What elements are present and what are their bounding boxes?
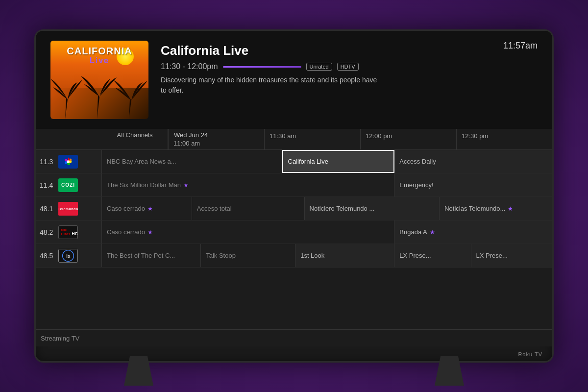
time-slot-1230: 12:30 pm — [457, 131, 552, 142]
tv-screen: CALIFORNIA Live — [36, 31, 552, 346]
time-col-2: 11:30 am — [264, 129, 360, 149]
show-title: California Live — [161, 43, 538, 58]
rating-badge: Unrated — [306, 63, 332, 71]
channel-row-482: 48.2 tele Hitos HD — [36, 220, 552, 244]
show-info-panel: CALIFORNIA Live — [36, 31, 552, 129]
programs-481: Caso cerrado ★ Acceso total Noticiero Te… — [102, 197, 552, 220]
format-badge: HDTV — [337, 63, 359, 71]
channel-cell-482: 48.2 tele Hitos HD — [36, 220, 102, 244]
program-title: Caso cerrado — [107, 228, 145, 236]
streaming-label: Streaming TV — [41, 335, 79, 342]
program-title: Caso cerrado — [107, 205, 145, 212]
program-lxprese2[interactable]: LX Prese... — [471, 244, 552, 267]
program-noticiero[interactable]: Noticiero Telemundo ... — [305, 197, 440, 220]
program-title: Emergency! — [399, 181, 433, 189]
svg-point-1 — [67, 160, 70, 163]
program-noticias[interactable]: Noticias Telemundo... ★ — [440, 197, 552, 220]
channel-number-485: 48.5 — [40, 252, 55, 260]
time-progress-bar — [223, 66, 301, 68]
program-accesototal[interactable]: Acceso total — [192, 197, 305, 220]
program-title: LX Prese... — [476, 252, 508, 259]
program-nbcnews[interactable]: NBC Bay Area News a... — [102, 150, 282, 173]
program-title: Acceso total — [197, 205, 232, 212]
all-channels-label: All Channels — [102, 129, 168, 149]
channel-cell-485: 48.5 lx — [36, 244, 102, 267]
channel-number-114: 11.4 — [40, 181, 55, 189]
channel-row-485: 48.5 lx The Best of The — [36, 244, 552, 268]
program-talkstoop[interactable]: Talk Stoop — [201, 244, 295, 267]
channel-row-114: 11.4 COZI The Six Million Dollar Man ★ E… — [36, 173, 552, 197]
guide-rows-container: 11.3 — [36, 150, 552, 329]
svg-text:lx: lx — [66, 253, 71, 258]
programs-485: The Best of The Pet C... Talk Stoop 1st … — [102, 244, 552, 267]
screen-content: CALIFORNIA Live — [36, 31, 552, 346]
streaming-tv-row[interactable]: Streaming TV — [36, 329, 552, 346]
cozi-logo: COZI — [58, 178, 78, 192]
thumbnail-title-line2: Live — [50, 56, 148, 65]
programs-113: NBC Bay Area News a... California Live A… — [102, 150, 552, 173]
program-1stlook[interactable]: 1st Look — [295, 244, 394, 267]
show-time-row: 11:30 - 12:00pm Unrated HDTV — [161, 62, 538, 71]
thumbnail-text: CALIFORNIA Live — [50, 46, 148, 65]
program-title: Access Daily — [399, 158, 436, 165]
show-thumbnail: CALIFORNIA Live — [50, 41, 148, 119]
star-icon-3: ★ — [508, 205, 513, 212]
guide-date: Wed Jun 24 — [169, 129, 264, 139]
svg-text:HD: HD — [72, 231, 77, 236]
time-slot-1130: 11:30 am — [265, 131, 360, 142]
program-lxprese1[interactable]: LX Prese... — [394, 244, 471, 267]
program-casocerrado-481[interactable]: Caso cerrado ★ — [102, 197, 192, 220]
svg-text:tele: tele — [61, 228, 67, 231]
time-col-1: Wed Jun 24 11:00 am — [168, 129, 264, 149]
program-title: California Live — [288, 158, 328, 165]
program-title: LX Prese... — [399, 252, 431, 259]
svg-text:Telemundo: Telemundo — [58, 207, 78, 211]
telemundo-logo: Telemundo — [58, 202, 78, 216]
time-col-4: 12:30 pm — [456, 129, 552, 149]
program-title: Noticiero Telemundo ... — [310, 205, 375, 212]
show-time: 11:30 - 12:00pm — [161, 62, 218, 71]
program-title: 1st Look — [300, 252, 324, 259]
time-slot-1100: 11:00 am — [169, 139, 264, 149]
program-title: NBC Bay Area News a... — [107, 158, 176, 165]
palm-trees-svg — [50, 70, 148, 119]
program-californialive[interactable]: California Live — [282, 150, 395, 173]
program-title: The Best of The Pet C... — [107, 252, 175, 259]
channel-number-481: 48.1 — [40, 205, 55, 213]
star-icon-2: ★ — [147, 205, 153, 212]
program-casocerrado-482[interactable]: Caso cerrado ★ — [102, 220, 394, 244]
tv-guide: All Channels Wed Jun 24 11:00 am 11:30 a… — [36, 129, 552, 346]
programs-482: Caso cerrado ★ Brigada A ★ — [102, 220, 552, 244]
guide-header: All Channels Wed Jun 24 11:00 am 11:30 a… — [36, 129, 552, 150]
star-icon-4: ★ — [147, 229, 153, 236]
mxtv-logo: tele Hitos HD — [58, 225, 78, 239]
program-title: The Six Million Dollar Man — [107, 181, 181, 189]
channel-row-481: 48.1 Telemundo Caso cerrado — [36, 197, 552, 220]
program-title: Brigada A — [399, 228, 427, 236]
program-petcollection[interactable]: The Best of The Pet C... — [102, 244, 201, 267]
star-icon-5: ★ — [430, 229, 435, 236]
program-accessdaily[interactable]: Access Daily — [394, 150, 552, 173]
channel-number-482: 48.2 — [40, 228, 55, 236]
channel-cell-481: 48.1 Telemundo — [36, 197, 102, 220]
thumbnail-title-line1: CALIFORNIA — [50, 46, 148, 56]
tv-frame: CALIFORNIA Live — [34, 29, 554, 363]
channel-cell-113: 11.3 — [36, 150, 102, 173]
clock-display: 11:57am — [503, 41, 538, 51]
channel-cell-114: 11.4 COZI — [36, 173, 102, 196]
time-col-3: 12:00 pm — [360, 129, 456, 149]
lx-logo: lx — [58, 249, 78, 263]
channel-row-113: 11.3 — [36, 150, 552, 173]
programs-114: The Six Million Dollar Man ★ Emergency! — [102, 173, 552, 196]
roku-brand-label: Roku TV — [518, 351, 542, 357]
time-slot-1200: 12:00 pm — [361, 131, 456, 142]
program-sixmillion[interactable]: The Six Million Dollar Man ★ — [102, 173, 394, 196]
tv-stand-right — [435, 356, 464, 386]
nbc-logo — [58, 155, 78, 169]
tv-stand-left — [124, 356, 153, 386]
svg-text:Hitos: Hitos — [61, 232, 71, 235]
program-emergency[interactable]: Emergency! — [394, 173, 552, 196]
program-brigadaa[interactable]: Brigada A ★ — [394, 220, 552, 244]
show-details: California Live 11:30 - 12:00pm Unrated … — [148, 41, 538, 122]
show-description: Discovering many of the hidden treasures… — [161, 75, 381, 96]
